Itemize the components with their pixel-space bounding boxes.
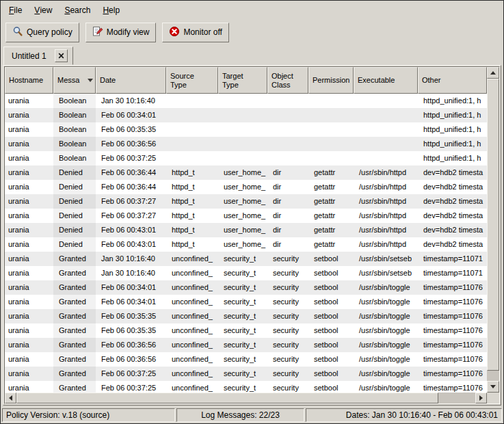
cell-executable: /usr/sbin/toggle [354, 367, 418, 381]
column-header-date[interactable]: Date [96, 67, 166, 94]
table-row[interactable]: uraniaGrantedFeb 06 00:35:35unconfined_s… [5, 309, 487, 323]
cell-message: Denied [53, 194, 96, 209]
table-row[interactable]: uraniaDeniedFeb 06 00:43:01httpd_tuser_h… [5, 237, 487, 252]
cell-hostname: urania [5, 367, 53, 381]
cell-executable: /usr/sbin/toggle [354, 381, 418, 393]
column-header-label: Permission [313, 76, 349, 85]
table-row[interactable]: uraniaGrantedFeb 06 00:37:25unconfined_s… [5, 381, 487, 393]
column-header-object-class[interactable]: Object Class [267, 67, 308, 94]
scroll-right-button[interactable] [475, 393, 487, 403]
scroll-left-button[interactable] [5, 393, 16, 403]
table-row[interactable]: uraniaDeniedFeb 06 00:37:27httpd_tuser_h… [5, 194, 487, 209]
menu-item-help[interactable]: Help [96, 1, 126, 19]
column-header-message[interactable]: Messa [53, 67, 96, 94]
column-header-source-type[interactable]: Source Type [166, 67, 218, 94]
column-header-hostname[interactable]: Hostname [5, 67, 53, 94]
monitor-off-button[interactable]: Monitor off [162, 23, 228, 42]
cell-message: Denied [53, 180, 96, 194]
cell-hostname: urania [5, 165, 53, 180]
cell-other: timestamp=11071 [418, 252, 487, 266]
cell-date: Feb 06 00:35:35 [96, 122, 166, 137]
table-row[interactable]: uraniaDeniedFeb 06 00:37:27httpd_tuser_h… [5, 209, 487, 223]
table-row[interactable]: uraniaGrantedFeb 06 00:34:01unconfined_s… [5, 295, 487, 309]
menu-item-view[interactable]: View [28, 1, 58, 19]
table-row[interactable]: uraniaGrantedFeb 06 00:36:56unconfined_s… [5, 352, 487, 367]
cell-object-class: security [267, 252, 308, 266]
table-row[interactable]: uraniaGrantedJan 30 10:16:40unconfined_s… [5, 266, 487, 280]
cell-permission: setbool [308, 309, 354, 323]
cell-target-type: user_home_ [218, 209, 267, 223]
cell-executable [354, 151, 418, 165]
vertical-scrollbar[interactable] [487, 67, 499, 393]
cell-target-type [218, 108, 267, 122]
scroll-down-button[interactable] [487, 381, 499, 393]
menu-item-file[interactable]: File [3, 1, 28, 19]
cell-date: Feb 06 00:36:44 [96, 165, 166, 180]
tab-untitled-1[interactable]: Untitled 1 [3, 47, 73, 65]
cell-object-class: dir [267, 223, 308, 237]
modify-view-button[interactable]: Modify view [85, 23, 157, 42]
column-header-executable[interactable]: Executable [354, 67, 418, 94]
horizontal-scrollbar[interactable] [5, 393, 487, 403]
menubar: FileViewSearchHelp [1, 1, 503, 19]
table-row[interactable]: uraniaDeniedFeb 06 00:43:01httpd_tuser_h… [5, 223, 487, 237]
horizontal-scrollbar-thumb[interactable] [16, 393, 438, 403]
cell-hostname: urania [5, 209, 53, 223]
table-row[interactable]: uraniaGrantedJan 30 10:16:40unconfined_s… [5, 252, 487, 266]
cell-executable [354, 94, 418, 108]
cell-message: Denied [53, 165, 96, 180]
cell-object-class [267, 137, 308, 151]
cell-object-class: dir [267, 180, 308, 194]
cell-permission: setbool [308, 338, 354, 352]
cell-date: Feb 06 00:37:25 [96, 151, 166, 165]
column-header-other[interactable]: Other [418, 67, 487, 94]
cell-permission: setbool [308, 367, 354, 381]
cell-other: timestamp=11076 [418, 323, 487, 338]
table-row[interactable]: uraniaDeniedFeb 06 00:36:44httpd_tuser_h… [5, 180, 487, 194]
cell-permission [308, 151, 354, 165]
horizontal-scrollbar-track[interactable] [16, 393, 475, 403]
table-row[interactable]: uraniaBooleanFeb 06 00:37:25httpd_unifie… [5, 151, 487, 165]
vertical-scrollbar-track[interactable] [487, 79, 499, 381]
cell-hostname: urania [5, 237, 53, 252]
cell-target-type: user_home_ [218, 165, 267, 180]
table-row[interactable]: uraniaDeniedFeb 06 00:36:44httpd_tuser_h… [5, 165, 487, 180]
table-row[interactable]: uraniaBooleanFeb 06 00:36:56httpd_unifie… [5, 137, 487, 151]
table-row[interactable]: uraniaBooleanFeb 06 00:35:35httpd_unifie… [5, 122, 487, 137]
table-row[interactable]: uraniaBooleanJan 30 10:16:40httpd_unifie… [5, 94, 487, 108]
table-row[interactable]: uraniaGrantedFeb 06 00:36:56unconfined_s… [5, 338, 487, 352]
cell-message: Granted [53, 266, 96, 280]
cell-hostname: urania [5, 252, 53, 266]
cell-target-type: security_t [218, 295, 267, 309]
cell-source-type: unconfined_ [166, 381, 218, 393]
cell-executable [354, 137, 418, 151]
pencil-document-icon [92, 26, 103, 39]
table-row[interactable]: uraniaGrantedFeb 06 00:37:25unconfined_s… [5, 367, 487, 381]
vertical-scrollbar-thumb[interactable] [487, 79, 499, 371]
cell-date: Feb 06 00:34:01 [96, 108, 166, 122]
column-header-permission[interactable]: Permission [308, 67, 354, 94]
cell-object-class: dir [267, 237, 308, 252]
modify-view-label: Modify view [107, 27, 150, 37]
column-header-target-type[interactable]: Target Type [218, 67, 267, 94]
cell-source-type: unconfined_ [166, 309, 218, 323]
cell-hostname: urania [5, 108, 53, 122]
cell-target-type: security_t [218, 280, 267, 295]
cell-other: httpd_unified:1, h [418, 108, 487, 122]
scroll-up-button[interactable] [487, 67, 499, 79]
table-row[interactable]: uraniaBooleanFeb 06 00:34:01httpd_unifie… [5, 108, 487, 122]
cell-other: dev=hdb2 timesta [418, 223, 487, 237]
cell-object-class: dir [267, 209, 308, 223]
menu-item-search[interactable]: Search [58, 1, 96, 19]
cell-other: timestamp=11076 [418, 352, 487, 367]
column-header-label: Messa [57, 76, 79, 85]
close-icon [58, 51, 64, 61]
table-row[interactable]: uraniaGrantedFeb 06 00:34:01unconfined_s… [5, 280, 487, 295]
cell-source-type [166, 108, 218, 122]
cell-message: Granted [53, 280, 96, 295]
tab-close-button[interactable] [55, 49, 68, 62]
query-policy-button[interactable]: Query policy [5, 23, 79, 42]
cell-target-type: security_t [218, 367, 267, 381]
cell-message: Granted [53, 367, 96, 381]
table-row[interactable]: uraniaGrantedFeb 06 00:35:35unconfined_s… [5, 323, 487, 338]
